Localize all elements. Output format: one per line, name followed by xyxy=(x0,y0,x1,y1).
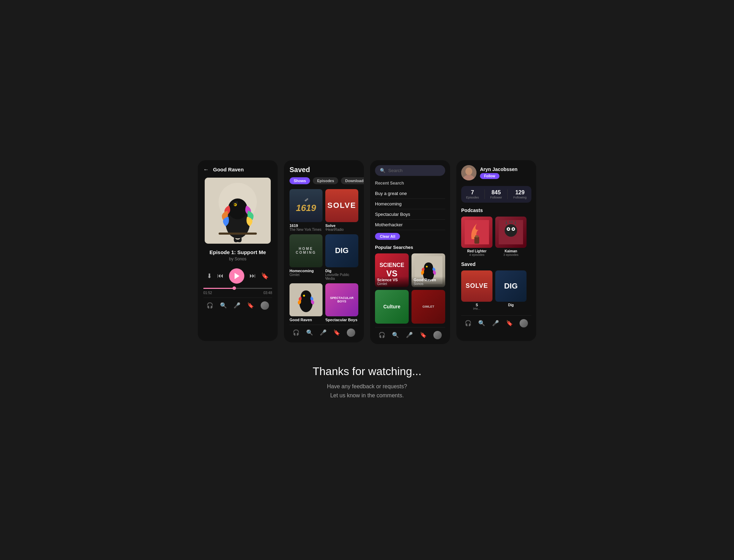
tab-shows[interactable]: Shows xyxy=(289,177,310,184)
mini-card-solve-saved[interactable]: SOLVE S iHe... xyxy=(461,270,492,310)
headphone-icon-3[interactable]: 🎧 xyxy=(378,332,385,338)
tab-downloads[interactable]: Downloads xyxy=(341,177,364,184)
recent-item-1[interactable]: Buy a great one xyxy=(375,188,445,199)
podcasts-section-title: Podcasts xyxy=(461,208,531,213)
stat-episodes-label: Episodes xyxy=(466,196,479,199)
mini-card-kaiman[interactable]: Kaiman 3 episodes xyxy=(495,217,527,257)
next-icon[interactable]: ⏭ xyxy=(250,272,256,279)
search-screen: 🔍 Search Recent Search Buy a great one H… xyxy=(370,160,450,344)
progress-bar[interactable] xyxy=(203,288,272,289)
saved-nav-icon-4[interactable]: 🔖 xyxy=(506,320,513,326)
popular-title: Popular Searches xyxy=(375,245,445,250)
svg-point-23 xyxy=(505,224,517,237)
profile-name: Aryn Jacobssen xyxy=(480,167,531,172)
outro-title: Thanks for watching... xyxy=(312,365,421,378)
mini-thumb-redlighter xyxy=(461,217,492,248)
mic-icon-2[interactable]: 🎤 xyxy=(320,329,327,336)
time-total: 03:48 xyxy=(263,291,272,295)
headphone-icon[interactable]: 🎧 xyxy=(206,302,213,309)
download-icon[interactable]: ⬇ xyxy=(207,272,212,280)
mic-icon-3[interactable]: 🎤 xyxy=(406,332,413,338)
popular-card-sciencevs[interactable]: SCIENCEVS Science VS Gimlet xyxy=(375,253,409,287)
mic-icon[interactable]: 🎤 xyxy=(234,302,240,309)
outro-subtitle: Have any feedback or requests? Let us kn… xyxy=(312,382,421,400)
svg-point-10 xyxy=(301,291,311,302)
stat-follower: 845 Follower xyxy=(490,189,502,199)
search-icon: 🔍 xyxy=(380,168,385,173)
tab-episodes[interactable]: Episodes xyxy=(313,177,338,184)
saved-podcasts-row: SOLVE S iHe... DIG Dig xyxy=(461,270,531,310)
mini-thumb-solve-saved: SOLVE xyxy=(461,270,492,302)
saved-header: Saved xyxy=(289,166,358,174)
search-nav-icon-2[interactable]: 🔍 xyxy=(306,329,313,336)
podcasts-row: Red Lighter 4 episodes xyxy=(461,217,531,257)
popular-thumb-culture: Culture xyxy=(375,290,409,324)
mini-thumb-kaiman xyxy=(495,217,527,248)
mini-card-dig-saved[interactable]: DIG Dig xyxy=(495,270,527,310)
saved-bottom-nav: 🎧 🔍 🎤 🔖 xyxy=(289,325,358,337)
back-button[interactable]: ← xyxy=(203,167,209,173)
svg-point-11 xyxy=(303,295,305,297)
screens-container: ← Good Raven xyxy=(198,160,536,344)
prev-icon[interactable]: ⏮ xyxy=(217,272,223,279)
filter-tabs: Shows Episodes Downloads xyxy=(289,177,358,184)
profile-header: Aryn Jacobssen Follow xyxy=(461,165,531,180)
mini-card-redlighter[interactable]: Red Lighter 4 episodes xyxy=(461,217,492,257)
headphone-icon-2[interactable]: 🎧 xyxy=(293,329,300,336)
popular-card-red[interactable]: GIMLET xyxy=(411,290,445,324)
mini-label-kaiman: Kaiman xyxy=(495,249,527,253)
podcast-name-dig: Dig xyxy=(325,269,358,273)
saved-nav-icon-2[interactable]: 🔖 xyxy=(333,329,340,336)
follow-button[interactable]: Follow xyxy=(480,173,499,179)
recent-item-2[interactable]: Homecoming xyxy=(375,199,445,209)
play-icon xyxy=(235,273,239,279)
podcast-creator-homecoming: Gimlet xyxy=(289,273,323,277)
podcast-thumb-solve: SOLVE xyxy=(325,189,358,222)
search-nav-icon-3[interactable]: 🔍 xyxy=(392,332,399,338)
headphone-icon-4[interactable]: 🎧 xyxy=(465,320,472,326)
podcast-card-goodraven[interactable]: Good Raven xyxy=(289,283,323,322)
podcast-card-homecoming[interactable]: HOMECOMING Homecoming Gimlet xyxy=(289,234,323,281)
podcast-card-solve[interactable]: SOLVE Solve iHeartRadio xyxy=(325,189,358,232)
mini-label-redlighter: Red Lighter xyxy=(461,249,492,253)
podcast-card-1619[interactable]: 🗞 1619 1619 The New York Times xyxy=(289,189,323,232)
podcast-thumb-spectacular: SPECTACULAR BOYS xyxy=(325,283,358,316)
stat-episodes: 7 Episodes xyxy=(466,189,479,199)
profile-avatar xyxy=(461,165,476,180)
profile-info: Aryn Jacobssen Follow xyxy=(480,167,531,179)
stat-divider-1 xyxy=(484,189,485,199)
search-nav-icon-4[interactable]: 🔍 xyxy=(478,320,485,326)
search-bar[interactable]: 🔍 Search xyxy=(375,165,445,176)
saved-nav-icon-3[interactable]: 🔖 xyxy=(420,332,427,338)
podcast-thumb-goodraven xyxy=(289,283,323,316)
profile-bottom-nav: 🎧 🔍 🎤 🔖 xyxy=(461,315,531,327)
mic-icon-4[interactable]: 🎤 xyxy=(492,320,499,326)
bookmark-icon[interactable]: 🔖 xyxy=(261,272,269,280)
mini-sub-solve-saved: iHe... xyxy=(461,307,492,310)
podcast-creator-dig: Lousville Public Media xyxy=(325,273,358,281)
clear-all-button[interactable]: Clear All xyxy=(375,233,400,240)
podcast-card-spectacular[interactable]: SPECTACULAR BOYS Spectacular Boys xyxy=(325,283,358,322)
avatar-3[interactable] xyxy=(433,331,442,339)
podcast-name-1619: 1619 xyxy=(289,224,323,228)
recent-item-3[interactable]: Spectacular Boys xyxy=(375,209,445,220)
saved-nav-icon[interactable]: 🔖 xyxy=(247,302,254,309)
progress-track xyxy=(203,288,272,289)
podcast-grid: 🗞 1619 1619 The New York Times SOLVE Sol… xyxy=(289,189,358,322)
recent-item-4[interactable]: Motherhacker xyxy=(375,220,445,230)
popular-thumb-red: GIMLET xyxy=(411,290,445,324)
svg-point-27 xyxy=(513,228,514,230)
play-button[interactable] xyxy=(229,268,244,284)
popular-card-culture[interactable]: Culture xyxy=(375,290,409,324)
search-input[interactable]: Search xyxy=(388,168,402,173)
stat-follower-label: Follower xyxy=(490,196,502,199)
stat-following-number: 129 xyxy=(513,189,527,196)
episode-title: Episode 1: Support Me xyxy=(210,249,266,255)
svg-point-17 xyxy=(465,168,472,175)
avatar-2[interactable] xyxy=(347,328,355,337)
avatar[interactable] xyxy=(261,301,269,310)
avatar-4[interactable] xyxy=(520,319,528,327)
popular-card-goodraven[interactable]: Good Raven Sonos xyxy=(411,253,445,287)
podcast-card-dig[interactable]: DIG Dig Lousville Public Media xyxy=(325,234,358,281)
search-nav-icon[interactable]: 🔍 xyxy=(220,302,227,309)
